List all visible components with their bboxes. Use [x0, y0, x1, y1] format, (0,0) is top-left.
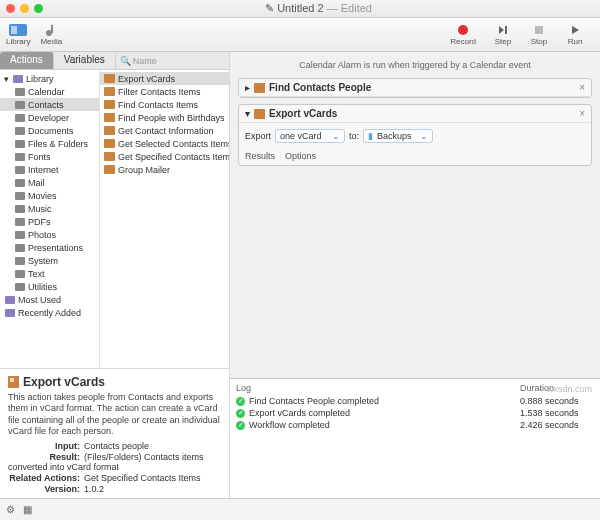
- zoom-icon[interactable]: [34, 4, 43, 13]
- media-toggle[interactable]: Media: [40, 23, 62, 46]
- minimize-icon[interactable]: [20, 4, 29, 13]
- folder-icon: [4, 307, 15, 318]
- library-item[interactable]: Text: [0, 267, 99, 280]
- library-item-label: Developer: [28, 113, 69, 123]
- library-item[interactable]: Movies: [0, 189, 99, 202]
- action-item-label: Find Contacts Items: [118, 100, 198, 110]
- library-item[interactable]: Utilities: [0, 280, 99, 293]
- library-item[interactable]: System: [0, 254, 99, 267]
- library-item[interactable]: Files & Folders: [0, 137, 99, 150]
- log-header: Log: [236, 383, 508, 393]
- watermark: wxsdn.com: [547, 384, 592, 394]
- svg-rect-27: [104, 100, 115, 109]
- window-title: ✎ Untitled 2 — Edited: [43, 2, 594, 15]
- disclosure-icon[interactable]: ▾: [245, 108, 250, 119]
- stop-button[interactable]: Stop: [530, 23, 548, 46]
- titlebar: ✎ Untitled 2 — Edited: [0, 0, 600, 18]
- left-panel: Actions Variables 🔍Name ▾ LibraryCalenda…: [0, 52, 230, 498]
- window-controls[interactable]: [6, 4, 43, 13]
- to-label: to:: [349, 131, 359, 141]
- library-item-label: Music: [28, 204, 52, 214]
- close-icon[interactable]: ×: [579, 82, 585, 93]
- library-item[interactable]: Presentations: [0, 241, 99, 254]
- library-item-label: Contacts: [28, 100, 64, 110]
- svg-rect-32: [104, 165, 115, 174]
- folder-icon: [14, 99, 25, 110]
- tab-results[interactable]: Results: [245, 151, 275, 161]
- folder-icon: [14, 112, 25, 123]
- library-item[interactable]: Internet: [0, 163, 99, 176]
- desc-body: This action takes people from Contacts a…: [8, 392, 221, 437]
- library-root[interactable]: ▾ Library: [0, 72, 99, 85]
- library-item[interactable]: Most Used: [0, 293, 99, 306]
- action-item[interactable]: Get Selected Contacts Items: [100, 137, 229, 150]
- actions-list[interactable]: Export vCardsFilter Contacts ItemsFind C…: [100, 70, 229, 368]
- workflow-canvas[interactable]: Calendar Alarm is run when triggered by …: [230, 52, 600, 498]
- library-item[interactable]: Music: [0, 202, 99, 215]
- contacts-icon: [104, 73, 115, 84]
- disclosure-icon[interactable]: ▸: [245, 82, 250, 93]
- svg-rect-22: [15, 283, 25, 291]
- workflow-action-find-contacts[interactable]: ▸ Find Contacts People ×: [238, 78, 592, 98]
- close-icon[interactable]: [6, 4, 15, 13]
- contacts-icon: [104, 112, 115, 123]
- action-item[interactable]: Export vCards: [100, 72, 229, 85]
- library-item-label: Calendar: [28, 87, 65, 97]
- library-toggle[interactable]: Library: [6, 23, 30, 46]
- library-item[interactable]: PDFs: [0, 215, 99, 228]
- svg-rect-10: [15, 127, 25, 135]
- folder-icon: [14, 125, 25, 136]
- library-item[interactable]: Calendar: [0, 85, 99, 98]
- library-item-label: Presentations: [28, 243, 83, 253]
- svg-rect-30: [104, 139, 115, 148]
- close-icon[interactable]: ×: [579, 108, 585, 119]
- action-item[interactable]: Group Mailer: [100, 163, 229, 176]
- workflow-hint: Calendar Alarm is run when triggered by …: [230, 52, 600, 78]
- search-input[interactable]: 🔍Name: [116, 52, 229, 69]
- library-item-label: Mail: [28, 178, 45, 188]
- view-mode-icon[interactable]: ▦: [23, 504, 32, 515]
- library-item[interactable]: Photos: [0, 228, 99, 241]
- tab-options[interactable]: Options: [285, 151, 316, 161]
- library-item[interactable]: Developer: [0, 111, 99, 124]
- action-item[interactable]: Get Contact Information: [100, 124, 229, 137]
- contacts-icon: [104, 138, 115, 149]
- library-item[interactable]: Fonts: [0, 150, 99, 163]
- action-item-label: Group Mailer: [118, 165, 170, 175]
- step-button[interactable]: Step: [494, 23, 512, 46]
- svg-rect-8: [15, 101, 25, 109]
- contacts-icon: [254, 108, 265, 119]
- tab-variables[interactable]: Variables: [54, 52, 116, 69]
- svg-rect-18: [15, 231, 25, 239]
- library-item-label: Fonts: [28, 152, 51, 162]
- media-icon: [42, 23, 60, 37]
- run-button[interactable]: Run: [566, 23, 584, 46]
- library-icon: [9, 23, 27, 37]
- action-item[interactable]: Filter Contacts Items: [100, 85, 229, 98]
- library-item[interactable]: Recently Added: [0, 306, 99, 319]
- workflow-action-export-vcards[interactable]: ▾ Export vCards × Export one vCard⌄ to: …: [238, 104, 592, 166]
- gear-icon[interactable]: ⚙: [6, 504, 15, 515]
- action-title: Export vCards: [269, 108, 337, 119]
- export-format-select[interactable]: one vCard⌄: [275, 129, 345, 143]
- library-item[interactable]: Documents: [0, 124, 99, 137]
- action-item[interactable]: Find Contacts Items: [100, 98, 229, 111]
- library-item[interactable]: Contacts: [0, 98, 99, 111]
- record-icon: [454, 23, 472, 37]
- action-item-label: Get Contact Information: [118, 126, 214, 136]
- log-row: ✓Export vCards completed: [236, 407, 508, 419]
- svg-rect-23: [5, 296, 15, 304]
- action-item[interactable]: Get Specified Contacts Items: [100, 150, 229, 163]
- record-button[interactable]: Record: [450, 23, 476, 46]
- library-item[interactable]: Mail: [0, 176, 99, 189]
- export-dest-select[interactable]: ▮Backups⌄: [363, 129, 433, 143]
- svg-rect-16: [15, 205, 25, 213]
- chevron-down-icon: ⌄: [332, 131, 340, 141]
- svg-rect-9: [15, 114, 25, 122]
- tab-actions[interactable]: Actions: [0, 52, 54, 69]
- action-item[interactable]: Find People with Birthdays: [100, 111, 229, 124]
- library-tree[interactable]: ▾ LibraryCalendarContactsDeveloperDocume…: [0, 70, 100, 368]
- svg-rect-15: [15, 192, 25, 200]
- svg-rect-3: [51, 25, 53, 33]
- library-item-label: Recently Added: [18, 308, 81, 318]
